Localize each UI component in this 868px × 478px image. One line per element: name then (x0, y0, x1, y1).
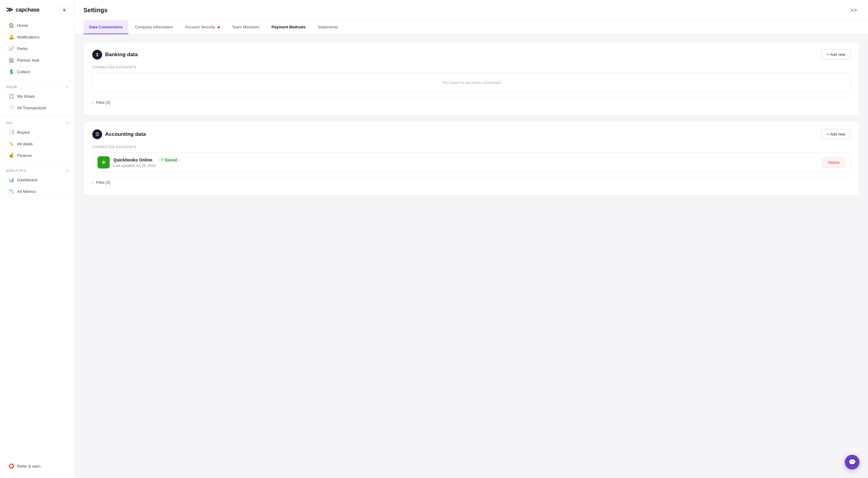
banking-add-new-button[interactable]: + Add new (822, 49, 850, 60)
sidebar-item-perks[interactable]: 📈 Perks (2, 43, 72, 54)
divider-4 (0, 200, 74, 200)
delete-quickbooks-button[interactable]: Delete (822, 158, 845, 168)
pay-section-label: PAY (6, 122, 13, 125)
quickbooks-info: Quickbooks Online ✓ Synced Last updated … (114, 157, 180, 168)
sidebar-label-partner-hub: Partner Hub (17, 58, 39, 63)
grow-section-header: GROW ∧ (0, 83, 74, 90)
chat-icon: 💬 (848, 458, 856, 466)
sidebar-label-finance: Finance (17, 153, 32, 158)
quickbooks-name: Quickbooks Online (114, 158, 153, 162)
sidebar-label-all-metrics: All Metrics (17, 189, 36, 194)
perks-icon: 📈 (8, 46, 14, 51)
sidebar-bottom: ⭕ Refer & earn (0, 458, 74, 474)
buyers-icon: 📑 (8, 129, 14, 135)
sidebar-item-finance[interactable]: 💰 Finance (2, 150, 72, 161)
content-area: $ Banking data + Add new CONNECTED ACCOU… (75, 34, 868, 478)
accounting-files-label: Files (2) (96, 180, 110, 185)
banking-card-icon: $ (92, 50, 102, 60)
logo-icon: ≫ (6, 6, 13, 14)
accounting-files-row[interactable]: › Files (2) (92, 177, 850, 188)
banking-card-title: Banking data (105, 52, 138, 58)
sidebar-item-home[interactable]: 🏠 Home (2, 20, 72, 31)
sidebar-item-all-deals[interactable]: 🏷️ All deals (2, 138, 72, 149)
sidebar-item-all-transactions[interactable]: 📄 All Transactions (2, 102, 72, 113)
sidebar-item-buyers[interactable]: 📑 Buyers (2, 127, 72, 138)
home-icon: 🏠 (8, 23, 14, 28)
sidebar-label-refer-earn: Refer & earn (17, 464, 41, 469)
banking-data-card: $ Banking data + Add new CONNECTED ACCOU… (84, 42, 860, 115)
analytics-section-label: ANALYTICS (6, 169, 26, 172)
sidebar-label-perks: Perks (17, 46, 28, 51)
top-bar: Settings >> (75, 0, 868, 21)
svg-point-0 (100, 159, 107, 165)
double-arrow-button[interactable]: >> (848, 4, 860, 16)
banking-title-row: $ Banking data (92, 50, 138, 60)
finance-icon: 💰 (8, 152, 14, 158)
tab-account-security[interactable]: Account Security (180, 21, 225, 34)
banking-card-header: $ Banking data + Add new (92, 49, 850, 60)
sidebar-item-dashboard[interactable]: 📊 Dashboard (2, 174, 72, 185)
sidebar-item-partner-hub[interactable]: 🏢 Partner Hub (2, 55, 72, 66)
quickbooks-last-updated: Last updated Jul 19, 2024 (114, 164, 180, 168)
banking-empty-message: You have no accounts connected (92, 73, 850, 93)
sidebar-label-buyers: Buyers (17, 130, 30, 135)
sidebar-item-refer-earn[interactable]: ⭕ Refer & earn (2, 460, 72, 472)
sidebar-collapse-button[interactable]: ▣ (60, 5, 68, 14)
collect-icon: 💲 (8, 69, 14, 74)
analytics-chevron-icon[interactable]: ∧ (66, 169, 68, 173)
sidebar-label-collect: Collect (17, 70, 30, 74)
my-draws-icon: 📋 (8, 93, 14, 99)
grow-chevron-icon[interactable]: ∧ (66, 85, 68, 89)
top-bar-right: >> (848, 4, 860, 16)
notifications-icon: 🔔 (8, 34, 14, 40)
main-content: Settings >> Data Connections Company Inf… (75, 0, 868, 478)
chat-button[interactable]: 💬 (845, 455, 860, 470)
pay-chevron-icon[interactable]: ∧ (66, 121, 68, 125)
sidebar-item-all-metrics[interactable]: 📉 All Metrics (2, 186, 72, 197)
all-transactions-icon: 📄 (8, 105, 14, 110)
tab-data-connections[interactable]: Data Connections (84, 21, 128, 34)
all-metrics-icon: 📉 (8, 189, 14, 194)
quickbooks-logo (97, 156, 110, 169)
tab-team-members[interactable]: Team Members (226, 21, 265, 34)
logo-area: ≫ capchase ▣ (0, 5, 74, 20)
tabs-bar: Data Connections Company Information Acc… (75, 21, 868, 34)
sidebar-label-home: Home (17, 23, 28, 28)
check-icon: ✓ (161, 158, 164, 162)
divider-3 (0, 164, 74, 164)
banking-files-row[interactable]: › Files (2) (92, 97, 850, 108)
accounting-card-icon: ☰ (92, 129, 102, 139)
quickbooks-row: Quickbooks Online ✓ Synced Last updated … (92, 152, 850, 172)
pay-section-header: PAY ∧ (0, 119, 74, 126)
sidebar-label-all-deals: All deals (17, 142, 33, 146)
partner-hub-icon: 🏢 (8, 57, 14, 63)
grow-section-label: GROW (6, 86, 17, 89)
sidebar-label-notifications: Notifications (17, 35, 40, 39)
dashboard-icon: 📊 (8, 177, 14, 182)
banking-connected-accounts-label: CONNECTED ACCOUNTS (92, 66, 850, 69)
sidebar-label-all-transactions: All Transactions (17, 106, 46, 110)
tab-statements[interactable]: Statements (312, 21, 344, 34)
accounting-data-card: ☰ Accounting data + Add new CONNECTED AC… (84, 122, 860, 195)
logo-text: capchase (16, 7, 39, 13)
tab-company-information[interactable]: Company Information (130, 21, 179, 34)
accounting-add-new-button[interactable]: + Add new (822, 129, 850, 139)
sidebar-label-my-draws: My draws (17, 94, 35, 99)
sidebar-item-my-draws[interactable]: 📋 My draws (2, 91, 72, 102)
sidebar-item-notifications[interactable]: 🔔 Notifications (2, 31, 72, 42)
accounting-files-chevron-icon: › (92, 180, 94, 185)
sidebar-item-collect[interactable]: 💲 Collect (2, 66, 72, 77)
all-deals-icon: 🏷️ (8, 141, 14, 146)
account-security-dot (218, 26, 220, 28)
sidebar: ≫ capchase ▣ 🏠 Home 🔔 Notifications 📈 Pe… (0, 0, 75, 478)
analytics-section-header: ANALYTICS ∧ (0, 166, 74, 174)
sidebar-label-dashboard: Dashboard (17, 178, 37, 182)
accounting-title-row: ☰ Accounting data (92, 129, 146, 139)
synced-badge: ✓ Synced (158, 157, 180, 163)
page-title: Settings (84, 7, 107, 14)
accounting-card-header: ☰ Accounting data + Add new (92, 129, 850, 139)
tab-payment-methods[interactable]: Payment Methods (266, 21, 311, 34)
refer-earn-icon: ⭕ (8, 463, 14, 469)
quickbooks-left: Quickbooks Online ✓ Synced Last updated … (97, 156, 180, 169)
banking-files-label: Files (2) (96, 100, 110, 105)
